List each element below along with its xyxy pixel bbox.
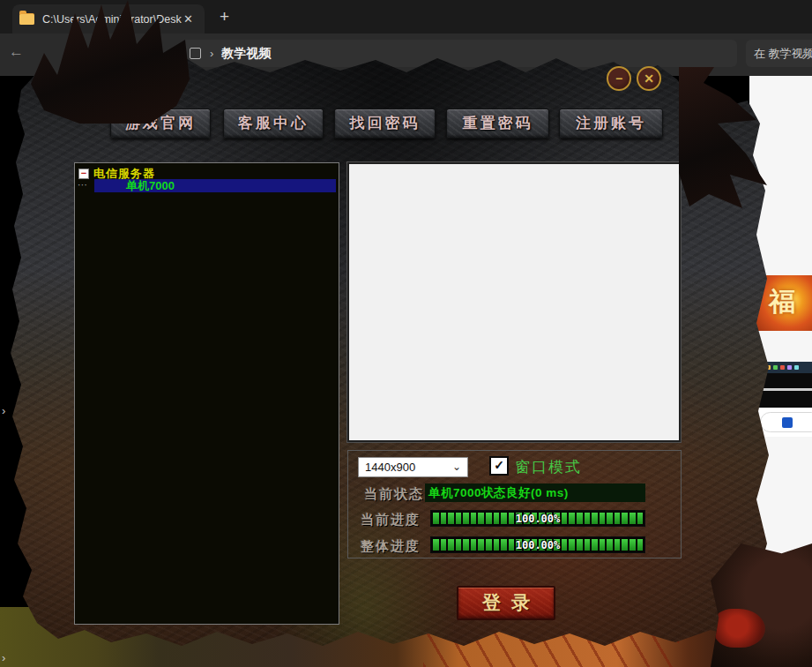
tree-collapse-icon[interactable]: − [78, 169, 89, 179]
window-mode-label: 窗口模式 [515, 457, 582, 477]
current-progress-percent: 100.00% [431, 513, 644, 525]
launcher-close-button[interactable]: ✕ [637, 66, 661, 91]
overall-progress-label: 整体进度 [361, 538, 421, 555]
chevron-down-icon: ⌄ [452, 458, 461, 476]
breadcrumb[interactable]: 教学视频 [221, 46, 271, 62]
tab-close-icon[interactable]: ✕ [183, 12, 193, 26]
location-icon [190, 48, 201, 59]
nav-button-recover-password[interactable]: 找回密码 [334, 109, 436, 139]
back-icon[interactable]: ← [9, 43, 24, 61]
current-progress-label: 当前进度 [361, 512, 421, 528]
login-button[interactable]: 登录 [457, 586, 555, 620]
announcement-panel [347, 162, 681, 442]
status-label: 当前状态 [364, 486, 424, 503]
tree-branch-dots: ⋯ [78, 179, 88, 191]
overall-progress-bar: 100.00% [430, 536, 645, 553]
media-pill[interactable] [760, 412, 812, 432]
launcher-minimize-button[interactable]: − [607, 66, 631, 91]
new-tab-button[interactable]: + [220, 7, 229, 26]
explorer-tab[interactable]: C:\Users\Administrator\Deskto ✕ [12, 4, 205, 34]
launcher-controls-panel: 1440x900 ⌄ ✓ 窗口模式 当前状态 单机7000状态良好(0 ms) … [347, 450, 682, 558]
stop-icon [782, 417, 793, 428]
address-bar[interactable]: › 教学视频 [181, 40, 737, 67]
nav-button-reset-password[interactable]: 重置密码 [446, 109, 549, 139]
window-mode-checkbox[interactable]: ✓ [491, 458, 507, 474]
search-input[interactable]: 在 教学视频中搜索 [746, 40, 812, 67]
breadcrumb-chevron-icon: › [210, 47, 213, 60]
status-value: 单机7000状态良好(0 ms) [425, 483, 645, 502]
current-progress-bar: 100.00% [430, 510, 645, 527]
tab-title: C:\Users\Administrator\Deskto [42, 13, 182, 26]
pane-chevron-icon[interactable]: › [2, 404, 5, 417]
nav-button-register-account[interactable]: 注册账号 [559, 109, 663, 139]
tree-item-server-selected[interactable]: 单机7000 [94, 179, 336, 192]
resolution-value: 1440x900 [365, 461, 415, 474]
pane-chevron-icon[interactable]: › [2, 651, 5, 664]
resolution-dropdown[interactable]: 1440x900 ⌄ [358, 457, 468, 477]
thumbnail-calligraphy: 福 [769, 284, 795, 320]
folder-icon [19, 13, 34, 25]
rock-decoration-icon [711, 543, 812, 667]
nav-button-customer-service[interactable]: 客服中心 [223, 109, 324, 139]
overall-progress-percent: 100.00% [431, 539, 644, 551]
screen: C:\Users\Administrator\Deskto ✕ + ← › 教学… [0, 0, 812, 667]
server-tree-panel: − 电信服务器 ⋯ 单机7000 [74, 162, 339, 625]
